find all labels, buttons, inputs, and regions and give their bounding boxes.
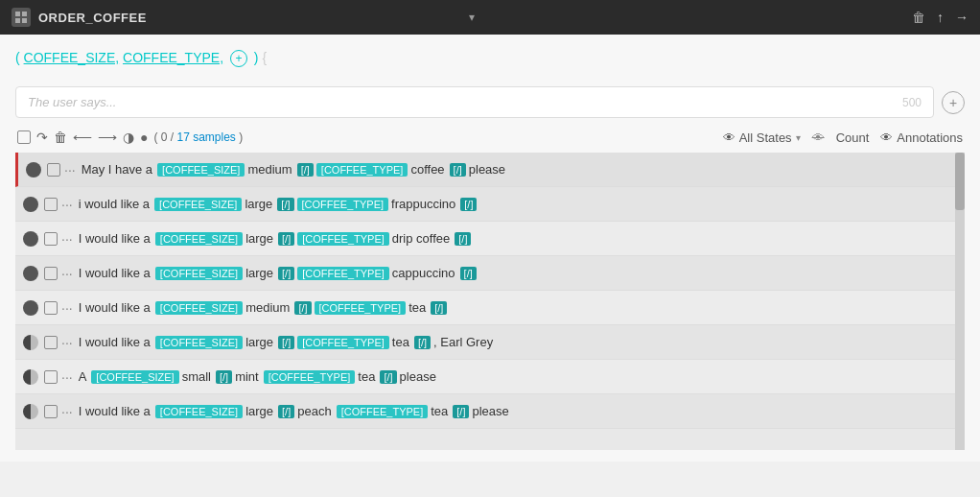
entity-tag[interactable]: [COFFEE_SIZE] <box>155 232 243 246</box>
close-tag[interactable]: [/] <box>450 163 466 177</box>
circle-icon[interactable]: ● <box>140 130 148 145</box>
table-row[interactable]: ···A[COFFEE_SIZE]small[/]mint[COFFEE_TYP… <box>15 360 965 394</box>
sample-state-indicator <box>23 231 38 247</box>
add-user-input-button[interactable]: + <box>942 91 965 114</box>
char-count: 500 <box>902 96 922 109</box>
close-tag[interactable]: [/] <box>431 301 447 315</box>
entity-tag[interactable]: [COFFEE_SIZE] <box>91 370 178 384</box>
table-row[interactable]: ···I would like a[COFFEE_SIZE]large[/]pe… <box>15 394 965 429</box>
table-row[interactable]: ···I would like a[COFFEE_SIZE]large[/][C… <box>15 222 965 256</box>
entity-tag[interactable]: [COFFEE_TYPE] <box>297 267 389 280</box>
forward-icon[interactable]: ↷ <box>36 130 48 145</box>
table-row[interactable]: ···I would like a[COFFEE_SIZE]large[/][C… <box>15 256 965 291</box>
close-tag[interactable]: [/] <box>414 336 431 349</box>
sample-state-indicator <box>23 335 38 350</box>
sample-menu-dots[interactable]: ··· <box>61 335 73 350</box>
sample-checkbox[interactable] <box>44 232 58 246</box>
sample-text: I would like a[COFFEE_SIZE]large[/][COFF… <box>79 231 472 246</box>
sample-menu-dots[interactable]: ··· <box>61 231 73 247</box>
close-tag[interactable]: [/] <box>216 370 232 384</box>
sample-text: May I have a[COFFEE_SIZE]medium[/][COFFE… <box>82 162 507 177</box>
close-tag[interactable]: [/] <box>278 267 294 280</box>
close-tag[interactable]: [/] <box>277 198 293 211</box>
close-tag[interactable]: [/] <box>278 336 294 349</box>
sample-menu-dots[interactable]: ··· <box>61 404 73 419</box>
close-tag[interactable]: [/] <box>380 370 396 384</box>
entity-tag[interactable]: [COFFEE_SIZE] <box>155 405 243 418</box>
sample-word: large <box>245 335 273 349</box>
entity-tag[interactable]: [COFFEE_SIZE] <box>154 198 242 211</box>
count-label: Count <box>836 130 870 145</box>
hide-icon-btn[interactable]: 👁 <box>812 130 825 145</box>
close-tag[interactable]: [/] <box>453 405 469 418</box>
undo-icon[interactable]: ⟵ <box>73 130 92 145</box>
sample-checkbox[interactable] <box>44 336 58 349</box>
sample-word: mint <box>235 369 259 384</box>
entity-tag[interactable]: [COFFEE_TYPE] <box>297 232 389 246</box>
close-tag[interactable]: [/] <box>278 405 294 418</box>
count-button[interactable]: Count <box>836 130 870 145</box>
close-tag[interactable]: [/] <box>294 301 311 315</box>
table-row[interactable]: ···I would like a[COFFEE_SIZE]large[/][C… <box>15 325 965 360</box>
add-param-button[interactable]: + <box>230 50 247 67</box>
entity-tag[interactable]: [COFFEE_SIZE] <box>155 336 243 349</box>
all-states-dropdown[interactable]: 👁 All States ▾ <box>723 130 801 145</box>
sample-word: I would like a <box>79 231 151 246</box>
entity-tag[interactable]: [COFFEE_TYPE] <box>315 301 407 315</box>
sample-word: frappuccino <box>391 197 455 211</box>
sample-checkbox[interactable] <box>44 370 58 384</box>
delete-icon[interactable]: 🗑 <box>912 10 925 25</box>
entity-tag[interactable]: [COFFEE_TYPE] <box>297 336 389 349</box>
open-paren: ( <box>15 50 20 65</box>
sample-menu-dots[interactable]: ··· <box>64 162 76 178</box>
scrollbar-thumb[interactable] <box>955 153 965 210</box>
param-coffee-size[interactable]: COFFEE_SIZE, <box>24 50 120 65</box>
samples-count-link[interactable]: 17 samples <box>176 130 235 144</box>
eye-annotations-icon: 👁 <box>880 130 893 145</box>
table-row[interactable]: ···May I have a[COFFEE_SIZE]medium[/][CO… <box>15 153 965 187</box>
sample-word: large <box>245 197 272 211</box>
states-chevron-icon: ▾ <box>796 132 801 143</box>
user-input-box[interactable]: The user says... 500 <box>15 86 934 118</box>
delete-samples-icon[interactable]: 🗑 <box>54 130 67 145</box>
sample-checkbox[interactable] <box>44 198 58 211</box>
main-content: ( COFFEE_SIZE, COFFEE_TYPE, + ) { The us… <box>0 35 980 462</box>
sample-word: medium <box>247 162 292 177</box>
sample-checkbox[interactable] <box>44 301 58 315</box>
entity-tag[interactable]: [COFFEE_TYPE] <box>264 370 356 384</box>
half-circle-icon[interactable]: ◑ <box>123 130 134 145</box>
top-bar-actions: 🗑 ↑ → <box>912 10 968 25</box>
sample-menu-dots[interactable]: ··· <box>61 197 73 212</box>
table-row[interactable]: ···I would like a[COFFEE_SIZE]medium[/][… <box>15 291 965 325</box>
sample-menu-dots[interactable]: ··· <box>61 300 73 316</box>
sample-menu-dots[interactable]: ··· <box>61 266 73 281</box>
scrollbar-track[interactable] <box>955 153 965 450</box>
sample-state-indicator <box>23 404 38 419</box>
sample-state-indicator <box>23 369 38 385</box>
sample-checkbox[interactable] <box>44 405 58 418</box>
arrow-next-icon[interactable]: → <box>955 10 968 25</box>
sample-checkbox[interactable] <box>44 267 58 280</box>
entity-tag[interactable]: [COFFEE_SIZE] <box>157 163 245 177</box>
entity-tag[interactable]: [COFFEE_TYPE] <box>316 163 408 177</box>
close-tag[interactable]: [/] <box>278 232 294 246</box>
param-coffee-type[interactable]: COFFEE_TYPE, <box>123 50 223 65</box>
close-tag[interactable]: [/] <box>455 232 471 246</box>
sample-checkbox[interactable] <box>47 163 60 177</box>
sample-menu-dots[interactable]: ··· <box>61 369 73 385</box>
sample-word: tea <box>431 404 448 418</box>
annotations-label: Annotations <box>897 130 963 145</box>
close-tag[interactable]: [/] <box>297 163 314 177</box>
arrow-up-icon[interactable]: ↑ <box>937 10 944 25</box>
entity-tag[interactable]: [COFFEE_SIZE] <box>155 301 243 315</box>
close-tag[interactable]: [/] <box>460 267 477 280</box>
redo-icon[interactable]: ⟶ <box>98 130 117 145</box>
chevron-down-icon[interactable]: ▾ <box>469 11 475 24</box>
entity-tag[interactable]: [COFFEE_TYPE] <box>337 405 429 418</box>
table-row[interactable]: ···i would like a[COFFEE_SIZE]large[/][C… <box>15 187 965 222</box>
close-tag[interactable]: [/] <box>460 198 477 211</box>
entity-tag[interactable]: [COFFEE_TYPE] <box>297 198 389 211</box>
select-all-checkbox[interactable] <box>17 130 31 144</box>
annotations-toggle[interactable]: 👁 Annotations <box>880 130 963 145</box>
entity-tag[interactable]: [COFFEE_SIZE] <box>155 267 243 280</box>
